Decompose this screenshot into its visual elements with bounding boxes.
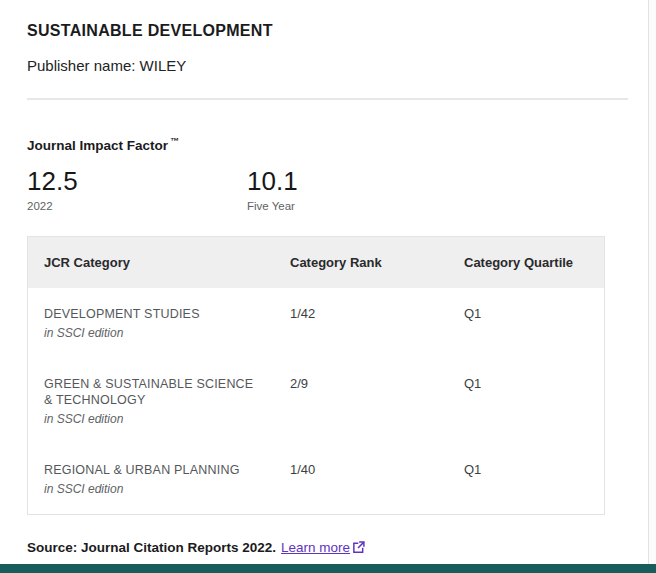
jif-five-year-label: Five Year — [247, 200, 467, 212]
cell-rank: 1/40 — [274, 444, 448, 515]
jif-heading-label: Journal Impact Factor — [27, 138, 168, 153]
table-row: DEVELOPMENT STUDIES in SSCI edition 1/42… — [28, 288, 605, 358]
journal-title: SUSTAINABLE DEVELOPMENT — [27, 22, 628, 40]
header-category-quartile: Category Quartile — [448, 236, 605, 288]
category-name: REGIONAL & URBAN PLANNING — [44, 462, 258, 478]
jif-heading: Journal Impact Factor™ — [27, 136, 628, 153]
scrollbar-track[interactable] — [648, 0, 656, 573]
panel-content: SUSTAINABLE DEVELOPMENT Publisher name: … — [0, 0, 656, 557]
header-jcr-category: JCR Category — [28, 236, 275, 288]
jcr-category-table: JCR Category Category Rank Category Quar… — [27, 236, 605, 515]
cell-category: REGIONAL & URBAN PLANNING in SSCI editio… — [28, 444, 275, 515]
table-header-row: JCR Category Category Rank Category Quar… — [28, 236, 605, 288]
category-edition: in SSCI edition — [44, 412, 258, 426]
source-line: Source: Journal Citation Reports 2022.Le… — [27, 540, 628, 557]
cell-quartile: Q1 — [448, 444, 605, 515]
category-name: DEVELOPMENT STUDIES — [44, 306, 258, 322]
jif-current-label: 2022 — [27, 200, 247, 212]
publisher-name: Publisher name: WILEY — [27, 57, 628, 74]
external-link-icon[interactable] — [352, 541, 365, 557]
jcr-journal-panel: SUSTAINABLE DEVELOPMENT Publisher name: … — [0, 0, 656, 573]
table-header: JCR Category Category Rank Category Quar… — [28, 236, 605, 288]
learn-more-link[interactable]: Learn more — [281, 540, 350, 555]
footer-accent-bar — [0, 564, 656, 573]
table-row: REGIONAL & URBAN PLANNING in SSCI editio… — [28, 444, 605, 515]
cell-rank: 1/42 — [274, 288, 448, 358]
category-edition: in SSCI edition — [44, 326, 258, 340]
cell-quartile: Q1 — [448, 288, 605, 358]
category-name: GREEN & SUSTAINABLE SCIENCE & TECHNOLOGY — [44, 376, 258, 408]
header-category-rank: Category Rank — [274, 236, 448, 288]
jif-current-block: 12.5 2022 — [27, 166, 247, 212]
jif-current-value: 12.5 — [27, 166, 247, 196]
category-edition: in SSCI edition — [44, 482, 258, 496]
jif-values: 12.5 2022 10.1 Five Year — [27, 166, 628, 212]
section-divider — [27, 98, 628, 100]
trademark-symbol: ™ — [170, 136, 179, 146]
jif-five-year-block: 10.1 Five Year — [247, 166, 467, 212]
jif-five-year-value: 10.1 — [247, 166, 467, 196]
table-row: GREEN & SUSTAINABLE SCIENCE & TECHNOLOGY… — [28, 358, 605, 444]
source-text: Source: Journal Citation Reports 2022. — [27, 540, 276, 555]
cell-quartile: Q1 — [448, 358, 605, 444]
cell-category: GREEN & SUSTAINABLE SCIENCE & TECHNOLOGY… — [28, 358, 275, 444]
cell-category: DEVELOPMENT STUDIES in SSCI edition — [28, 288, 275, 358]
cell-rank: 2/9 — [274, 358, 448, 444]
